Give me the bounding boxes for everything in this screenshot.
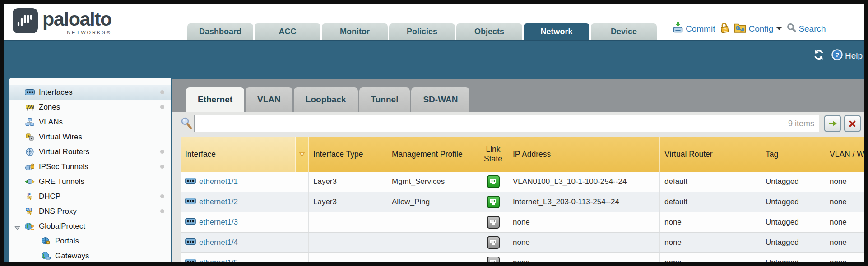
interface-icon (185, 177, 196, 186)
items-count: 9 items (788, 119, 814, 128)
gateways-icon (41, 252, 51, 260)
nav-tab-monitor[interactable]: Monitor (322, 23, 388, 40)
cell-ip-address: VLAN0100_L3_10-1-100-254--24 (508, 172, 660, 192)
table-row[interactable]: ethernet1/1 Layer3 Mgmt_Services VLAN010… (181, 172, 864, 192)
column-header-vlan-wire[interactable]: VLAN / Wire (825, 137, 864, 172)
search-icon (787, 23, 796, 35)
column-header-interface[interactable]: Interface (181, 137, 296, 172)
ipsec-tunnels-icon (24, 163, 35, 170)
cell-interface-type (309, 233, 387, 252)
sidebar-item-portals[interactable]: Portals (9, 234, 171, 248)
nav-tab-policies[interactable]: Policies (389, 23, 455, 40)
tab-tunnel[interactable]: Tunnel (359, 87, 410, 112)
sidebar-item-dns-proxy[interactable]: DNS DNS Proxy (9, 204, 171, 219)
cell-vlan-wire: none (825, 172, 864, 192)
interface-type-tabs: Ethernet VLAN Loopback Tunnel SD-WAN (186, 87, 469, 112)
nav-tab-device[interactable]: Device (591, 23, 657, 40)
table-row[interactable]: ethernet1/3 none none Untagged none (181, 212, 864, 233)
interfaces-icon (24, 89, 35, 95)
column-sort-dropdown[interactable] (296, 137, 309, 172)
nav-tab-objects[interactable]: Objects (456, 23, 522, 40)
help-icon: ? (831, 49, 843, 63)
sidebar-item-zones[interactable]: Zones (9, 100, 171, 115)
sidebar-item-gateways[interactable]: Gateways (9, 248, 171, 262)
cell-management-profile (387, 212, 478, 232)
sidebar-item-vlans[interactable]: VLANs (9, 115, 171, 129)
cell-tag: Untagged (761, 233, 825, 252)
config-menu-button[interactable]: Config (734, 22, 782, 36)
commit-icon (673, 22, 683, 36)
tab-sdwan[interactable]: SD-WAN (411, 87, 469, 112)
lock-icon[interactable] (719, 22, 729, 36)
cell-tag: Untagged (761, 212, 825, 232)
cell-ip-address: Internet_L3_203-0-113-254--24 (508, 192, 660, 212)
top-header: paloalto NETWORKS® Dashboard ACC Monitor… (4, 4, 864, 40)
cell-vlan-wire: none (825, 212, 864, 232)
cell-virtual-router: default (660, 192, 761, 212)
interface-link[interactable]: ethernet1/3 (199, 218, 238, 227)
nav-tab-network[interactable]: Network (524, 23, 589, 40)
sidebar-item-ipsec-tunnels[interactable]: IPSec Tunnels (9, 159, 171, 174)
network-sidebar: Interfaces Zones VLANs Virtual Wires (9, 78, 171, 262)
help-button[interactable]: ? Help (831, 49, 863, 63)
cell-interface-type (309, 253, 387, 262)
cell-virtual-router: default (660, 172, 761, 192)
item-dot (160, 209, 164, 213)
collapse-triangle-icon[interactable] (14, 224, 20, 233)
cell-management-profile: Mgmt_Services (387, 172, 478, 192)
cell-link-state (478, 192, 508, 212)
chevron-down-icon (776, 27, 782, 30)
item-dot (160, 150, 164, 154)
column-header-link-state[interactable]: Link State (478, 137, 508, 172)
cell-tag: Untagged (761, 192, 825, 212)
tab-vlan[interactable]: VLAN (246, 87, 292, 112)
apply-filter-button[interactable] (824, 115, 841, 132)
cell-ip-address: none (508, 253, 660, 262)
cell-ip-address: none (508, 233, 660, 252)
interface-icon (185, 197, 196, 206)
main-content: Ethernet VLAN Loopback Tunnel SD-WAN 9 i… (172, 79, 864, 262)
cell-link-state (478, 212, 508, 232)
item-dot (160, 165, 164, 169)
sidebar-item-interfaces[interactable]: Interfaces (9, 85, 171, 100)
paloalto-logo: paloalto NETWORKS® (13, 8, 111, 35)
cell-vlan-wire: none (825, 192, 864, 212)
nav-tab-acc[interactable]: ACC (255, 23, 320, 40)
column-header-ip-address[interactable]: IP Address (508, 137, 660, 172)
clear-filter-button[interactable] (844, 115, 861, 132)
table-row[interactable]: ethernet1/4 none none Untagged none (181, 233, 864, 253)
paloalto-logo-icon (13, 8, 38, 33)
interface-link[interactable]: ethernet1/5 (199, 258, 238, 262)
column-header-interface-type[interactable]: Interface Type (309, 137, 387, 172)
table-row[interactable]: ethernet1/5 none none Untagged none (181, 253, 864, 262)
cell-interface-type (309, 212, 387, 232)
interface-link[interactable]: ethernet1/4 (199, 238, 238, 247)
interface-link[interactable]: ethernet1/1 (199, 177, 238, 186)
column-header-tag[interactable]: Tag (761, 137, 825, 172)
interface-link[interactable]: ethernet1/2 (199, 197, 238, 206)
link-state-icon (487, 257, 500, 262)
refresh-icon[interactable] (813, 50, 825, 62)
sidebar-item-dhcp[interactable]: IP DHCP (9, 189, 171, 204)
brand-subtitle: NETWORKS® (42, 30, 111, 35)
sidebar-item-virtual-wires[interactable]: Virtual Wires (9, 129, 171, 144)
sidebar-item-gre-tunnels[interactable]: GRE Tunnels (9, 174, 171, 189)
tab-loopback[interactable]: Loopback (294, 87, 358, 112)
tab-ethernet[interactable]: Ethernet (186, 87, 244, 112)
cell-management-profile: Allow_Ping (387, 192, 478, 212)
table-row[interactable]: ethernet1/2 Layer3 Allow_Ping Internet_L… (181, 192, 864, 212)
svg-text:DNS: DNS (26, 208, 32, 211)
filter-input[interactable] (196, 116, 780, 131)
sidebar-item-virtual-routers[interactable]: Virtual Routers (9, 144, 171, 159)
virtual-routers-icon (24, 148, 35, 156)
globalprotect-icon (24, 222, 35, 230)
dhcp-icon: IP (24, 192, 35, 201)
search-button[interactable]: Search (787, 23, 826, 35)
virtual-wires-icon (24, 133, 35, 141)
column-header-virtual-router[interactable]: Virtual Router (660, 137, 761, 172)
column-header-management-profile[interactable]: Management Profile (387, 137, 478, 172)
commit-button[interactable]: Commit (673, 22, 715, 36)
cell-interface-type: Layer3 (309, 192, 387, 212)
nav-tab-dashboard[interactable]: Dashboard (187, 23, 253, 40)
sidebar-item-globalprotect[interactable]: GlobalProtect (9, 219, 171, 234)
